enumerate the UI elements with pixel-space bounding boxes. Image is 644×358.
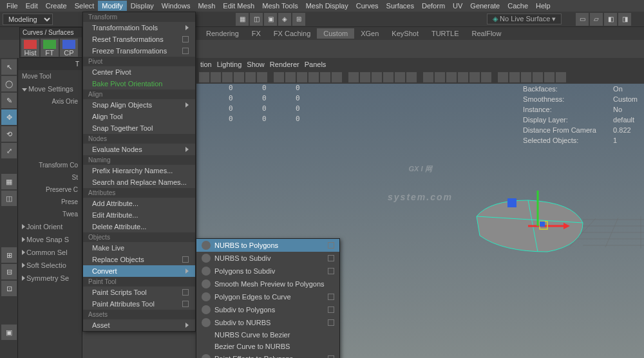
move-settings-header[interactable]: Move Settings — [18, 82, 82, 95]
viewport-toolbar-icon[interactable] — [383, 72, 393, 82]
viewport-toolbar-icon[interactable] — [372, 72, 382, 82]
viewport-toolbar-icon[interactable] — [257, 72, 267, 82]
menu-item-bake-pivot-orientation[interactable]: Bake Pivot Orientation — [83, 78, 195, 90]
option-box-icon[interactable] — [182, 256, 189, 263]
viewport-toolbar-icon[interactable] — [423, 72, 433, 82]
viewport-toolbar-icon[interactable] — [297, 72, 307, 82]
submenu-item-subdiv-to-polygons[interactable]: Subdiv to Polygons — [196, 303, 339, 316]
menubar-item-file[interactable]: File — [3, 1, 22, 11]
viewport-toolbar-icon[interactable] — [544, 72, 554, 82]
menu-item-edit-attribute-[interactable]: Edit Attribute... — [83, 209, 195, 221]
menubar-item-mesh[interactable]: Mesh — [194, 1, 219, 11]
submenu-item-polygon-edges-to-curve[interactable]: Polygon Edges to Curve — [196, 290, 339, 303]
menubar-item-cache[interactable]: Cache — [504, 1, 532, 11]
menu-item-align-tool[interactable]: Align Tool — [83, 111, 195, 122]
menu-item-make-live[interactable]: Make Live — [83, 242, 195, 254]
viewport-toolbar-icon[interactable] — [348, 72, 359, 82]
shelf-icon[interactable]: Hist — [21, 39, 39, 57]
submenu-item-paint-effects-to-polygons[interactable]: Paint Effects to Polygons — [196, 352, 339, 358]
menu-item-reset-transformations[interactable]: Reset Transformations — [83, 33, 195, 45]
option-box-icon[interactable] — [328, 355, 334, 358]
menubar-item-create[interactable]: Create — [42, 1, 71, 11]
viewport-toolbar-icon[interactable] — [274, 72, 284, 82]
shelf-tab-turtle[interactable]: TURTLE — [425, 28, 466, 39]
viewport-toolbar-icon[interactable] — [458, 72, 468, 82]
layer-icon[interactable]: ⊡ — [1, 281, 17, 296]
menu-item-add-attribute-[interactable]: Add Attribute... — [83, 198, 195, 209]
shelf-tab-xgen[interactable]: XGen — [354, 28, 385, 39]
menubar-item-display[interactable]: Display — [127, 1, 158, 11]
viewport-toolbar-icon[interactable] — [435, 72, 445, 82]
shelf-icon[interactable]: CP — [60, 39, 78, 57]
menubar-item-edit-mesh[interactable]: Edit Mesh — [219, 1, 258, 11]
menu-item-delete-attribute-[interactable]: Delete Attribute... — [83, 221, 195, 232]
viewport-toolbar-icon[interactable] — [308, 72, 319, 82]
menubar-item-curves[interactable]: Curves — [352, 1, 383, 11]
toolbar-icon[interactable]: ◈ — [278, 13, 291, 26]
menubar-item-help[interactable]: Help — [532, 1, 554, 11]
viewport-menu-panels[interactable]: Panels — [305, 61, 327, 68]
option-box-icon[interactable] — [182, 301, 189, 307]
section-collapsible[interactable]: Symmetry Se — [18, 272, 82, 285]
render-icon[interactable]: ▣ — [1, 325, 17, 340]
viewport-toolbar-icon[interactable] — [234, 72, 244, 82]
section-collapsible[interactable]: Move Snap S — [18, 233, 82, 246]
submenu-item-polygons-to-subdiv[interactable]: Polygons to Subdiv — [196, 265, 339, 278]
menubar-item-deform[interactable]: Deform — [418, 1, 449, 11]
submenu-item-bezier-curve-to-nurbs[interactable]: Bezier Curve to NURBS — [196, 341, 339, 352]
viewport-toolbar-icon[interactable] — [509, 72, 520, 82]
viewport-toolbar-icon[interactable] — [498, 72, 508, 82]
menubar-item-select[interactable]: Select — [71, 1, 99, 11]
section-collapsible[interactable]: Soft Selectio — [18, 259, 82, 272]
menubar-item-surfaces[interactable]: Surfaces — [383, 1, 418, 11]
viewport-toolbar-icon[interactable] — [199, 72, 209, 82]
menu-item-evaluate-nodes[interactable]: Evaluate Nodes — [83, 144, 195, 155]
menu-item-snap-align-objects[interactable]: Snap Align Objects — [83, 99, 195, 111]
menubar-item-generate[interactable]: Generate — [466, 1, 504, 11]
viewport-object[interactable] — [464, 191, 592, 268]
viewport-toolbar-icon[interactable] — [211, 72, 221, 82]
menubar-item-mesh-tools[interactable]: Mesh Tools — [258, 1, 301, 11]
rotate-tool-icon[interactable]: ⟲ — [1, 126, 17, 142]
shelf-icon[interactable]: FT — [41, 39, 59, 57]
shelf-tab-custom[interactable]: Custom — [317, 28, 354, 39]
scale-tool-icon[interactable]: ⤢ — [1, 143, 17, 158]
option-box-icon[interactable] — [182, 48, 189, 54]
option-box-icon[interactable] — [328, 294, 334, 300]
viewport-toolbar-icon[interactable] — [360, 72, 370, 82]
menu-item-replace-objects[interactable]: Replace Objects — [83, 254, 195, 265]
menubar-item-edit[interactable]: Edit — [22, 1, 42, 11]
menu-item-paint-scripts-tool[interactable]: Paint Scripts Tool — [83, 287, 195, 298]
option-box-icon[interactable] — [328, 306, 334, 313]
toolbar-icon[interactable]: ⊞ — [292, 13, 305, 26]
viewport-toolbar-icon[interactable] — [222, 72, 232, 82]
viewport-menu-tion[interactable]: tion — [200, 61, 212, 68]
viewport-toolbar-icon[interactable] — [285, 72, 296, 82]
shelf-tab-realflow[interactable]: RealFlow — [466, 28, 508, 39]
viewport-toolbar-icon[interactable] — [469, 72, 480, 82]
layer-icon[interactable]: ⊟ — [1, 264, 17, 279]
paint-tool-icon[interactable]: ✎ — [1, 93, 17, 108]
mode-selector[interactable]: Modeling — [3, 14, 53, 25]
viewport-toolbar-icon[interactable] — [533, 72, 543, 82]
viewport-toolbar-icon[interactable] — [395, 72, 405, 82]
viewport-menu-lighting[interactable]: Lighting — [217, 61, 242, 68]
layout-icon[interactable]: ◫ — [1, 191, 17, 206]
viewport-toolbar-icon[interactable] — [446, 72, 457, 82]
submenu-item-smooth-mesh-preview-to-polygons[interactable]: Smooth Mesh Preview to Polygons — [196, 278, 339, 290]
menubar-item-modify[interactable]: Modify — [98, 1, 126, 11]
layer-icon[interactable]: ⊞ — [1, 247, 17, 263]
move-tool-icon[interactable]: ✥ — [1, 109, 17, 125]
menu-item-prefix-hierarchy-names-[interactable]: Prefix Hierarchy Names... — [83, 165, 195, 176]
viewport-toolbar-icon[interactable] — [521, 72, 531, 82]
viewport-toolbar-icon[interactable] — [481, 72, 491, 82]
select-tool-icon[interactable]: ↖ — [1, 59, 17, 75]
menu-item-freeze-transformations[interactable]: Freeze Transformations — [83, 45, 195, 57]
option-box-icon[interactable] — [328, 242, 334, 249]
shelf-tab-fx caching[interactable]: FX Caching — [267, 28, 317, 39]
toolbar-icon[interactable]: ◨ — [618, 13, 631, 26]
toolbar-icon[interactable]: ▦ — [236, 13, 249, 26]
menu-item-asset[interactable]: Asset — [83, 319, 195, 331]
viewport-toolbar-icon[interactable] — [332, 72, 342, 82]
toolbar-icon[interactable]: ◫ — [250, 13, 263, 26]
